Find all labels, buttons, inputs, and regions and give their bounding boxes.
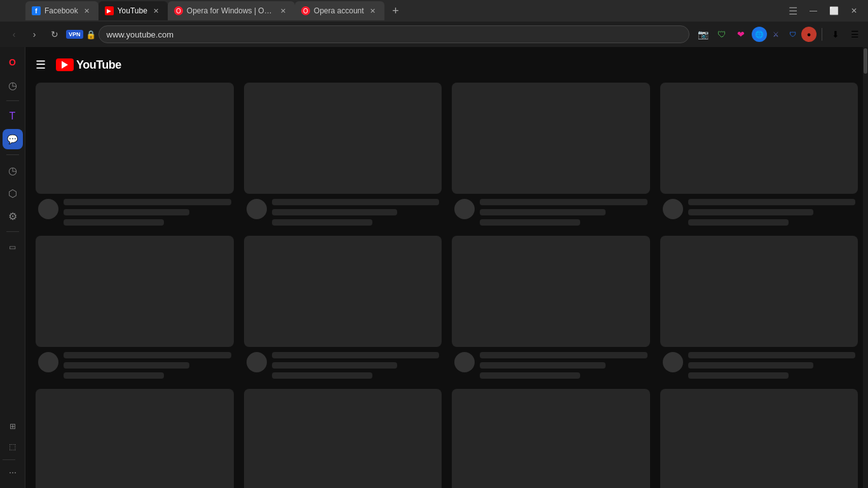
scrollbar[interactable] xyxy=(863,47,868,488)
add-tab-button[interactable]: + xyxy=(387,2,405,20)
toolbar-divider xyxy=(822,28,822,41)
sidebar-item-wallpaper[interactable]: ▭ xyxy=(3,237,23,257)
video-info xyxy=(244,199,442,226)
reload-button[interactable]: ↻ xyxy=(46,25,64,43)
youtube-favicon: ▶ xyxy=(105,6,114,15)
video-info xyxy=(36,352,234,379)
skeleton-title-line2 xyxy=(272,209,398,215)
sidebar-item-media[interactable]: ⊞ xyxy=(3,416,23,437)
skeleton-title-line2 xyxy=(272,362,398,369)
skeleton-meta-line xyxy=(272,219,372,226)
skeleton-title-line xyxy=(480,199,648,205)
sidebar-item-more[interactable]: ⋯ xyxy=(3,463,23,483)
skeleton-title-line2 xyxy=(688,362,814,369)
tab-opera-windows[interactable]: O Opera for Windows | Oper... ✕ xyxy=(168,1,295,20)
video-text xyxy=(480,352,648,379)
video-thumbnail xyxy=(452,83,650,194)
main-content: ☰ YouTube xyxy=(25,47,868,488)
vpn-badge[interactable]: VPN xyxy=(66,30,83,39)
video-thumbnail xyxy=(660,236,858,347)
skeleton-meta-line xyxy=(64,219,164,226)
video-thumbnail xyxy=(36,389,234,488)
channel-avatar xyxy=(247,199,267,219)
tab-youtube-label: YouTube xyxy=(118,6,147,15)
ext-red-icon[interactable]: ● xyxy=(801,27,817,42)
browser-chrome: f Facebook ✕ ▶ YouTube ✕ O Opera for Win… xyxy=(0,0,868,47)
channel-avatar xyxy=(454,199,475,219)
sidebar-item-clock[interactable]: ◷ xyxy=(3,75,23,95)
ext-globe-icon[interactable]: 🌐 xyxy=(752,27,767,42)
video-card xyxy=(452,83,650,226)
tab-opera-account-label: Opera account xyxy=(314,6,364,15)
skeleton-title-line xyxy=(272,352,440,358)
sidebar-item-cube[interactable]: ⬡ xyxy=(3,183,23,203)
forward-button[interactable]: › xyxy=(25,25,43,43)
sidebar-item-opera[interactable]: O xyxy=(3,52,23,72)
window-controls: ☰ — ⬜ ✕ xyxy=(784,2,868,20)
opera-windows-favicon: O xyxy=(174,6,183,15)
minimize-button[interactable]: — xyxy=(804,2,822,20)
tab-opera-account[interactable]: O Opera account ✕ xyxy=(295,1,384,20)
tab-opera-account-close[interactable]: ✕ xyxy=(368,6,378,16)
download-icon[interactable]: ⬇ xyxy=(827,26,844,43)
video-card xyxy=(36,389,234,488)
skeleton-title-line xyxy=(64,352,231,358)
sidebar-item-history[interactable]: ◷ xyxy=(3,160,23,180)
yt-logo[interactable]: YouTube xyxy=(56,58,121,72)
video-thumbnail xyxy=(244,83,442,194)
video-thumbnail xyxy=(244,236,442,347)
video-info xyxy=(36,199,234,226)
skeleton-meta-line xyxy=(688,219,789,226)
video-card xyxy=(660,389,858,488)
opera-account-favicon: O xyxy=(301,6,310,15)
shield-icon[interactable]: 🛡 xyxy=(714,26,730,43)
facebook-favicon: f xyxy=(32,6,41,15)
sidebar-divider-1 xyxy=(6,100,19,101)
notifications-icon[interactable]: ☰ xyxy=(784,2,802,20)
video-card xyxy=(36,83,234,226)
video-card xyxy=(244,83,442,226)
sidebar-divider-3 xyxy=(6,231,19,232)
heart-icon[interactable]: ❤ xyxy=(733,26,749,43)
video-info xyxy=(452,199,650,226)
sidebar-item-settings[interactable]: ⚙ xyxy=(3,206,23,226)
url-bar[interactable]: www.youtube.com xyxy=(98,25,689,43)
maximize-button[interactable]: ⬜ xyxy=(825,2,843,20)
video-text xyxy=(688,352,856,379)
video-text xyxy=(64,199,231,226)
sidebar-item-twitch[interactable]: T xyxy=(3,106,23,126)
video-info xyxy=(660,352,858,379)
ext-shield2-icon[interactable]: 🛡 xyxy=(785,27,800,42)
tab-facebook-close[interactable]: ✕ xyxy=(82,6,92,16)
tab-opera-windows-close[interactable]: ✕ xyxy=(278,6,288,16)
sidebar-item-ai[interactable]: ⬚ xyxy=(3,437,23,457)
video-card xyxy=(36,236,234,379)
channel-avatar xyxy=(454,352,475,372)
camera-icon[interactable]: 📷 xyxy=(695,26,711,43)
video-card xyxy=(244,389,442,488)
close-button[interactable]: ✕ xyxy=(845,2,863,20)
video-card xyxy=(660,83,858,226)
video-thumbnail xyxy=(660,389,858,488)
video-thumbnail xyxy=(452,236,650,347)
tab-facebook[interactable]: f Facebook ✕ xyxy=(25,1,98,20)
video-info xyxy=(660,199,858,226)
back-button[interactable]: ‹ xyxy=(5,25,23,43)
tab-youtube-close[interactable]: ✕ xyxy=(151,6,161,16)
tab-youtube[interactable]: ▶ YouTube ✕ xyxy=(98,1,168,20)
yt-logo-icon xyxy=(56,58,74,71)
video-text xyxy=(272,352,440,379)
skeleton-title-line2 xyxy=(688,209,814,215)
menu-icon[interactable]: ☰ xyxy=(846,26,863,43)
sidebar-bottom: ⊞ ⬚ ⋯ xyxy=(3,416,23,483)
video-thumbnail xyxy=(244,389,442,488)
sidebar-divider-bottom xyxy=(3,459,15,460)
channel-avatar xyxy=(663,199,683,219)
yt-menu-icon[interactable]: ☰ xyxy=(36,58,46,72)
video-text xyxy=(480,199,648,226)
skeleton-meta-line xyxy=(480,219,580,226)
sidebar-item-messenger[interactable]: 💬 xyxy=(3,129,23,149)
skeleton-title-line xyxy=(64,199,231,205)
sidebar-divider-2 xyxy=(6,154,19,155)
ext-sword-icon[interactable]: ⚔ xyxy=(768,27,783,42)
